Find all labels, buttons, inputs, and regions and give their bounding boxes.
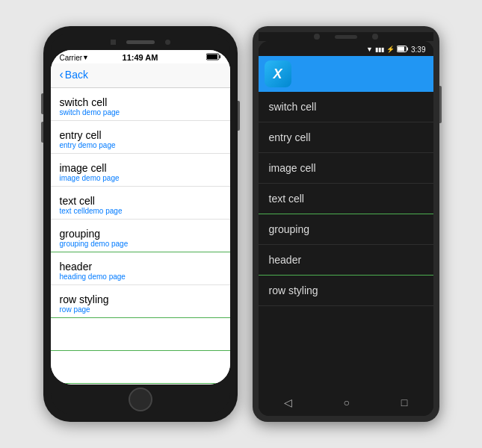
android-list-item[interactable]: entry cell	[259, 122, 433, 153]
charging-icon: ⚡	[386, 46, 395, 53]
android-device: ▼ ▮▮▮ ⚡ 3:39 X switch	[253, 26, 439, 422]
iphone-vol-down	[41, 122, 43, 143]
android-list-item[interactable]: row styling	[259, 276, 433, 306]
item-subtitle: grouping demo page	[60, 240, 221, 248]
item-title: image cell	[60, 162, 221, 174]
android-app-header: X	[259, 56, 433, 92]
list-item[interactable]: text cell text celldemo page	[51, 187, 230, 220]
item-title: header	[60, 261, 221, 273]
iphone-nav-bar: ‹ Back	[51, 63, 230, 88]
iphone-vol-up	[41, 93, 43, 114]
android-item-title: image cell	[269, 162, 316, 174]
item-subtitle: entry demo page	[60, 141, 221, 149]
carrier-label: Carrier	[60, 54, 83, 62]
item-title: grouping	[60, 228, 221, 240]
item-title: entry cell	[60, 129, 221, 141]
svg-rect-5	[398, 46, 404, 51]
iphone-camera-2	[165, 40, 170, 45]
list-item[interactable]: image cell image demo page	[51, 154, 230, 187]
list-item-empty	[51, 318, 230, 351]
iphone-camera	[111, 40, 116, 45]
svg-rect-1	[219, 55, 220, 58]
android-item-title: text cell	[269, 193, 304, 205]
iphone-home-button[interactable]	[129, 388, 152, 411]
battery-icon	[397, 46, 409, 54]
back-chevron-icon: ‹	[60, 68, 64, 81]
iphone-side-button	[238, 101, 240, 131]
android-nav-bar: ◁ ○ □	[259, 389, 433, 416]
android-item-title: grouping	[269, 223, 310, 235]
android-back-button[interactable]: ◁	[284, 396, 292, 408]
list-item[interactable]: row styling row page	[51, 285, 230, 318]
android-app-icon: X	[265, 60, 291, 87]
list-item[interactable]: switch cell switch demo page	[51, 88, 230, 121]
android-sensor	[372, 34, 378, 40]
android-time: 3:39	[411, 46, 425, 54]
item-title: row styling	[60, 293, 221, 305]
wifi-icon: ▼	[366, 46, 373, 53]
android-camera-area	[259, 32, 433, 41]
iphone-list: switch cell switch demo page entry cell …	[51, 88, 230, 385]
android-list-item[interactable]: grouping	[259, 214, 433, 245]
android-item-title: switch cell	[269, 101, 317, 113]
iphone-battery	[206, 53, 221, 62]
item-subtitle: row page	[60, 305, 221, 314]
list-item[interactable]: grouping grouping demo page	[51, 220, 230, 252]
svg-rect-4	[407, 47, 409, 50]
iphone-screen: Carrier ▼ 11:49 AM ‹ Back switch cell	[51, 50, 230, 385]
android-item-title: entry cell	[269, 131, 311, 143]
android-list-item[interactable]: image cell	[259, 153, 433, 184]
iphone-device: Carrier ▼ 11:49 AM ‹ Back switch cell	[43, 26, 238, 422]
android-item-title: header	[269, 254, 302, 266]
iphone-speaker	[126, 40, 155, 44]
back-label: Back	[65, 69, 88, 81]
item-subtitle: heading demo page	[60, 273, 221, 281]
android-item-title: row styling	[269, 284, 318, 296]
android-speaker	[335, 35, 357, 39]
android-recents-button[interactable]: □	[401, 396, 407, 408]
item-subtitle: switch demo page	[60, 108, 221, 116]
list-item[interactable]: entry cell entry demo page	[51, 121, 230, 154]
back-button[interactable]: ‹ Back	[60, 68, 221, 81]
android-list-item[interactable]: header	[259, 245, 433, 276]
iphone-home-bar	[51, 385, 230, 414]
android-list-item[interactable]: switch cell	[259, 92, 433, 122]
svg-rect-2	[207, 55, 217, 59]
item-title: text cell	[60, 195, 221, 207]
android-front-camera	[314, 34, 320, 40]
android-home-button[interactable]: ○	[344, 396, 350, 408]
iphone-status-bar: Carrier ▼ 11:49 AM	[51, 50, 230, 63]
item-subtitle: image demo page	[60, 174, 221, 182]
item-title: switch cell	[60, 96, 221, 108]
android-list: switch cell entry cell image cell text c…	[259, 92, 433, 389]
iphone-time: 11:49 AM	[123, 53, 158, 62]
list-item-empty	[51, 351, 230, 384]
android-vol-button	[439, 86, 442, 123]
android-status-bar: ▼ ▮▮▮ ⚡ 3:39	[259, 41, 433, 56]
signal-icon: ▮▮▮	[375, 46, 384, 53]
item-subtitle: text celldemo page	[60, 207, 221, 215]
list-item[interactable]: header heading demo page	[51, 252, 230, 285]
app-icon-label: X	[273, 66, 282, 82]
android-screen: ▼ ▮▮▮ ⚡ 3:39 X switch	[259, 41, 433, 416]
android-status-icons: ▼ ▮▮▮ ⚡ 3:39	[366, 46, 425, 54]
android-list-item[interactable]: text cell	[259, 184, 433, 214]
